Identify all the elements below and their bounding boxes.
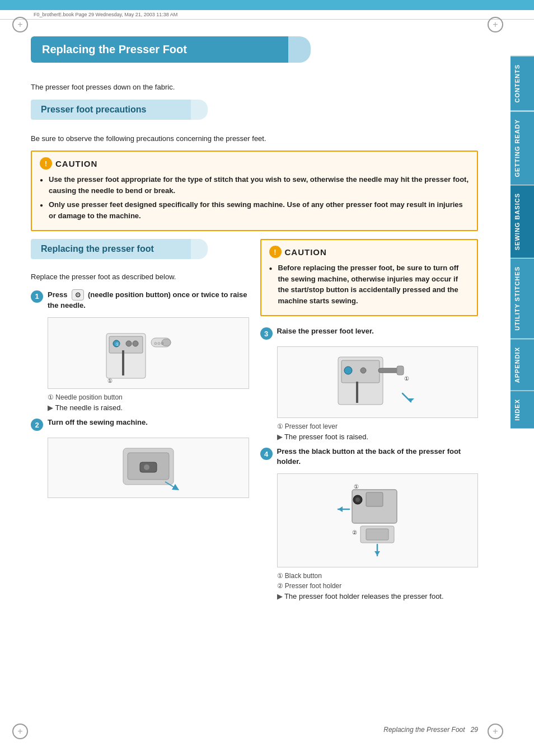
step1-num: 1 (31, 290, 43, 303)
svg-point-6 (133, 341, 138, 346)
step1-diagram: ① ⊙⊙⊙ ① (48, 317, 249, 389)
step3-result: The presser foot is raised. (277, 433, 479, 441)
sidebar-tab-contents[interactable]: CONTENTS (510, 56, 534, 111)
page-title: Replacing the Presser Foot (31, 36, 299, 63)
caution1-title: CAUTION (55, 159, 97, 168)
step3-svg: ① (332, 351, 422, 413)
caution2-item-1: Before replacing the presser foot, be su… (269, 262, 470, 306)
caution1-header: ! CAUTION (40, 157, 469, 170)
svg-point-14 (144, 464, 149, 470)
step4-svg: ① ② (332, 478, 422, 562)
reg-mark-bl (12, 724, 28, 739)
svg-text:①: ① (354, 483, 359, 490)
step1-result: The needle is raised. (48, 403, 249, 412)
reg-mark-br (488, 724, 503, 739)
main-content: Replacing the Presser Foot The presser f… (31, 36, 478, 606)
svg-rect-17 (356, 382, 358, 403)
reg-mark-tr (488, 17, 503, 32)
step4-annotation-1: ① Black button (277, 572, 479, 580)
svg-marker-24 (338, 506, 343, 512)
step2-num: 2 (31, 419, 43, 431)
col-right: ! CAUTION Before replacing the presser f… (260, 239, 479, 606)
step3-num: 3 (260, 327, 273, 340)
col-left: Replacing the presser foot Replace the p… (31, 239, 249, 606)
step4-num: 4 (260, 448, 273, 460)
step1-annotation: ① Needle position button (48, 393, 249, 401)
svg-text:①: ① (115, 342, 119, 347)
step2-text: Turn off the sewing machine. (48, 417, 148, 428)
sidebar-tab-sewing-basics[interactable]: SEWING BASICS (510, 185, 534, 258)
svg-point-18 (344, 367, 352, 374)
svg-rect-26 (366, 492, 383, 506)
two-col-section: Replacing the presser foot Replace the p… (31, 239, 478, 606)
caution2-title: CAUTION (285, 247, 327, 257)
footer-text: Replacing the Presser Foot (383, 726, 465, 734)
caution1-item-1: Use the presser foot appropriate for the… (40, 174, 469, 196)
step3-diagram: ① (277, 346, 479, 418)
section2-body: Replace the presser foot as described be… (31, 271, 249, 283)
section2-title: Replacing the presser foot (31, 239, 199, 259)
step4-annotation-2: ② Presser foot holder (277, 582, 479, 590)
step1-text: Press ⊙ (needle position button) once or… (48, 289, 249, 311)
step2-svg (112, 443, 185, 493)
step4: 4 Press the black button at the back of … (260, 447, 479, 467)
svg-text:②: ② (352, 529, 357, 536)
step2: 2 Turn off the sewing machine. (31, 417, 249, 431)
svg-marker-32 (374, 551, 380, 556)
footer-page: 29 (471, 726, 478, 734)
caution2-list: Before replacing the presser foot, be su… (269, 262, 470, 306)
caution-icon-2: ! (269, 246, 282, 258)
svg-text:①: ① (404, 375, 409, 382)
top-bar (0, 0, 534, 10)
right-sidebar: CONTENTS GETTING READY SEWING BASICS UTI… (510, 56, 534, 429)
svg-rect-31 (366, 529, 388, 540)
sidebar-tab-index[interactable]: INDEX (510, 391, 534, 429)
svg-text:⊙⊙⊙: ⊙⊙⊙ (154, 341, 164, 345)
caution-box-1: ! CAUTION Use the presser foot appropria… (31, 151, 478, 231)
step4-diagram: ① ② (277, 473, 479, 567)
step3: 3 Raise the presser foot lever. (260, 326, 479, 340)
svg-point-5 (126, 341, 132, 346)
section1-title: Presser foot precautions (31, 100, 199, 120)
svg-point-28 (355, 497, 360, 502)
sidebar-tab-appendix[interactable]: APPENDIX (510, 339, 534, 391)
caution-icon-1: ! (40, 157, 52, 170)
intro-text: The presser foot presses down on the fab… (31, 82, 478, 93)
section1-body: Be sure to observe the following precaut… (31, 133, 478, 144)
caution1-list: Use the presser foot appropriate for the… (40, 174, 469, 221)
step3-text: Raise the presser foot lever. (277, 326, 374, 336)
caution-box-2: ! CAUTION Before replacing the presser f… (260, 239, 479, 316)
svg-rect-21 (397, 366, 404, 375)
caution2-header: ! CAUTION (269, 246, 470, 258)
step3-annotation: ① Presser foot lever (277, 422, 479, 430)
caution1-item-2: Only use presser feet designed specifica… (40, 199, 469, 221)
svg-point-19 (360, 368, 366, 373)
svg-rect-2 (122, 350, 124, 375)
page-footer: Replacing the Presser Foot 29 (383, 726, 478, 734)
step1: 1 Press ⊙ (needle position button) once … (31, 289, 249, 311)
file-info: F0_brotherE.book Page 29 Wednesday, May … (0, 10, 534, 20)
sidebar-tab-utility-stitches[interactable]: UTILITY STITCHES (510, 258, 534, 339)
step1-svg: ① ⊙⊙⊙ ① (101, 322, 196, 384)
sidebar-tab-getting-ready[interactable]: GETTING READY (510, 111, 534, 185)
step4-text: Press the black button at the back of th… (277, 447, 479, 467)
svg-text:①: ① (107, 378, 113, 384)
step2-diagram (48, 438, 249, 498)
reg-mark-tl (12, 17, 28, 32)
step4-result: The presser foot holder releases the pre… (277, 592, 479, 600)
